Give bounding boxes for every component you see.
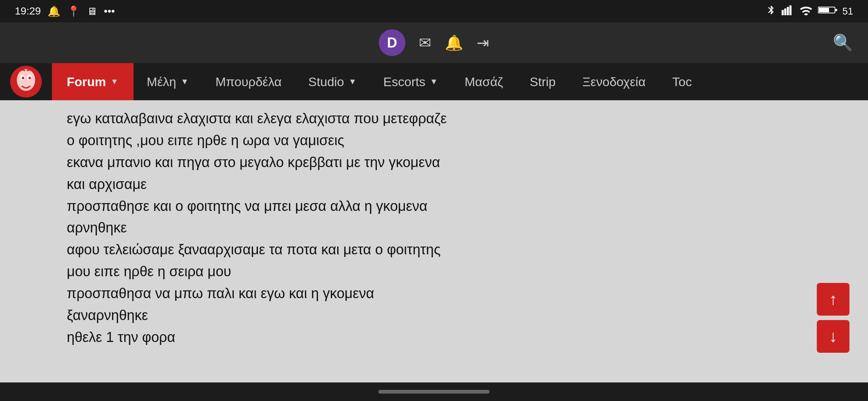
svg-rect-1: [784, 8, 786, 15]
studio-label: Studio: [308, 75, 344, 89]
notification-bell-icon[interactable]: 🔔: [445, 34, 463, 52]
logout-icon[interactable]: ⇥: [477, 34, 489, 51]
masaz-label: Μασάζ: [464, 75, 503, 89]
svg-rect-3: [789, 5, 792, 15]
status-left: 19:29 🔔 📍 🖥 •••: [15, 5, 115, 17]
svg-point-11: [22, 77, 24, 79]
escorts-dropdown-icon: ▼: [430, 77, 438, 87]
arrow-up-icon: ↑: [829, 290, 837, 309]
logo-area: [0, 63, 52, 100]
bottom-bar: [0, 382, 868, 401]
nav-item-xenodoxeia[interactable]: Ξενοδοχεία: [569, 63, 659, 100]
forum-label: Forum: [67, 75, 106, 89]
signal-icon: [782, 5, 794, 18]
content-line-10: ξαναρνηθηκε: [67, 304, 846, 326]
members-dropdown-icon: ▼: [181, 77, 189, 87]
status-bar: 19:29 🔔 📍 🖥 ••• 51: [0, 0, 868, 22]
nav-item-studio[interactable]: Studio ▼: [295, 63, 370, 100]
content-line-6: αρνηθηκε: [67, 217, 846, 239]
more-icon: •••: [104, 5, 115, 17]
forum-dropdown-icon: ▼: [111, 77, 119, 87]
content-line-9: προσπαθησα να μπω παλι και εγω και η γκο…: [67, 283, 846, 304]
nav-item-forum[interactable]: Forum ▼: [52, 63, 134, 100]
escorts-label: Escorts: [383, 75, 425, 89]
content-area: εγω καταλαβαινα ελαχιστα και ελεγα ελαχι…: [0, 100, 868, 390]
nav-item-masaz[interactable]: Μασάζ: [451, 63, 516, 100]
content-line-2: ο φοιτητης ,μου ειπε ηρθε η ωρα να γαμισ…: [67, 130, 846, 151]
studio-dropdown-icon: ▼: [349, 77, 357, 87]
top-nav-center: D ✉ 🔔 ⇥: [379, 29, 489, 56]
avatar[interactable]: D: [379, 29, 405, 56]
battery-level: 51: [842, 6, 853, 17]
svg-rect-2: [787, 7, 789, 15]
location-icon: 📍: [67, 5, 80, 17]
content-line-1: εγω καταλαβαινα ελαχιστα και ελεγα ελαχι…: [67, 108, 846, 130]
screen-icon: 🖥: [87, 5, 97, 17]
nav-item-members[interactable]: Μέλη ▼: [134, 63, 202, 100]
search-icon[interactable]: 🔍: [833, 33, 853, 52]
nav-item-bourdela[interactable]: Μπουρδέλα: [202, 63, 295, 100]
scroll-up-button[interactable]: ↑: [817, 283, 849, 316]
main-nav: Forum ▼ Μέλη ▼ Μπουρδέλα Studio ▼ Escort…: [0, 63, 868, 100]
mail-icon[interactable]: ✉: [419, 34, 431, 51]
content-text: εγω καταλαβαινα ελαχιστα και ελεγα ελαχι…: [67, 108, 846, 348]
content-line-4: και αρχισαμε: [67, 173, 846, 195]
status-right: 51: [766, 5, 853, 18]
bourdela-label: Μπουρδέλα: [216, 75, 282, 89]
svg-rect-0: [782, 10, 784, 15]
content-line-3: εκανα μπανιο και πηγα στο μεγαλο κρεββατ…: [67, 151, 846, 173]
members-label: Μέλη: [147, 75, 176, 89]
status-time: 19:29: [15, 5, 41, 17]
nav-item-escorts[interactable]: Escorts ▼: [370, 63, 451, 100]
content-line-8: μου ειπε ηρθε η σειρα μου: [67, 261, 846, 283]
xenodoxeia-label: Ξενοδοχεία: [582, 75, 645, 89]
scroll-down-button[interactable]: ↓: [817, 320, 849, 353]
battery-icon: [818, 5, 837, 18]
svg-rect-5: [819, 8, 829, 12]
svg-rect-6: [835, 9, 837, 11]
content-line-11: ηθελε 1 την φορα: [67, 326, 846, 348]
nav-item-toc[interactable]: Τοc: [659, 63, 705, 100]
wifi-icon: [799, 5, 813, 18]
content-line-5: προσπαθησε και ο φοιτητης να μπει μεσα α…: [67, 195, 846, 217]
nav-item-strip[interactable]: Strip: [516, 63, 569, 100]
scroll-indicator: [378, 390, 490, 394]
svg-point-12: [29, 77, 31, 79]
bell-icon: 🔔: [47, 5, 60, 17]
top-nav: D ✉ 🔔 ⇥ 🔍: [0, 22, 868, 63]
arrow-down-icon: ↓: [829, 327, 837, 346]
toc-label: Τοc: [672, 75, 692, 89]
strip-label: Strip: [530, 75, 556, 89]
content-line-7: αφου τελειώσαμε ξανααρχισαμε τα ποτα και…: [67, 239, 846, 261]
main-nav-wrapper: Forum ▼ Μέλη ▼ Μπουρδέλα Studio ▼ Escort…: [0, 63, 868, 100]
bluetooth-icon: [766, 5, 776, 18]
